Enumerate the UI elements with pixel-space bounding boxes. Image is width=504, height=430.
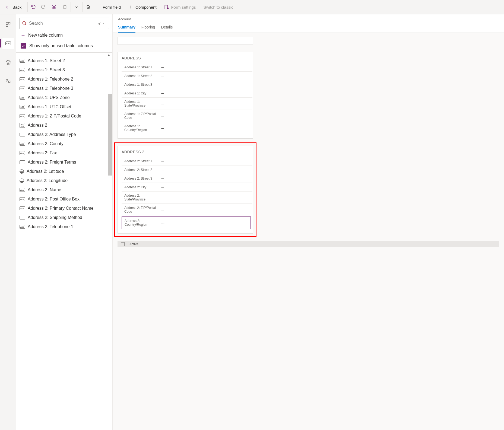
column-label: Address 1: UPS Zone xyxy=(28,95,70,100)
rail-components-icon[interactable] xyxy=(2,19,14,30)
search-icon xyxy=(22,21,27,26)
field-value: --- xyxy=(161,114,164,118)
component-label: Component xyxy=(135,5,157,9)
text-icon: Abc xyxy=(20,68,25,72)
tab-flooring[interactable]: Flooring xyxy=(141,23,155,33)
separator xyxy=(27,2,28,12)
form-field-row[interactable]: Address 2: Street 2--- xyxy=(122,165,252,174)
plus-icon xyxy=(21,33,26,38)
column-label: Address 2: Latitude xyxy=(27,169,64,174)
column-item[interactable]: AbcdefAddress 2 xyxy=(16,121,112,130)
tab-summary[interactable]: Summary xyxy=(118,23,135,33)
rail-columns-icon[interactable]: Abc xyxy=(2,38,14,49)
column-item[interactable]: AbcAddress 1: Street 2 xyxy=(16,56,112,65)
search-input[interactable] xyxy=(29,21,93,26)
text-icon: Abc xyxy=(20,225,25,229)
tab-details[interactable]: Details xyxy=(161,23,173,33)
form-section[interactable]: ADDRESSAddress 1: Street 1---Address 1: … xyxy=(118,52,253,139)
column-item[interactable]: AbcAddress 2: Primary Contact Name xyxy=(16,204,112,213)
field-value: --- xyxy=(161,176,164,180)
text-icon: Abc xyxy=(20,197,25,201)
column-label: Address 2: Freight Terms xyxy=(28,160,76,165)
scrollbar-thumb[interactable] xyxy=(108,94,112,176)
expand-icon[interactable] xyxy=(121,242,125,246)
form-field-row[interactable]: Address 2: ZIP/Postal Code--- xyxy=(122,204,252,216)
column-item[interactable]: AbcAddress 1: Street 3 xyxy=(16,65,112,75)
form-settings-button[interactable]: Form settings xyxy=(161,3,199,11)
cut-icon[interactable] xyxy=(52,5,56,9)
column-label: Address 2: Primary Contact Name xyxy=(28,206,94,211)
new-table-column-button[interactable]: New table column xyxy=(20,29,109,42)
show-unused-toggle[interactable]: Show only unused table columns xyxy=(20,42,109,52)
form-section[interactable]: ADDRESS 2Address 2: Street 1---Address 2… xyxy=(118,146,253,234)
form-field-row[interactable]: Address 2: Street 3--- xyxy=(122,174,252,183)
section-title: ADDRESS 2 xyxy=(122,149,252,157)
text-icon: Abc xyxy=(20,96,25,100)
delete-icon[interactable] xyxy=(86,5,91,9)
status-bar: Active xyxy=(118,241,499,247)
rail-layers-icon[interactable] xyxy=(2,57,14,68)
column-item[interactable]: Address 2: Address Type xyxy=(16,130,112,139)
redo-icon[interactable] xyxy=(41,5,46,9)
column-item[interactable]: AbcAddress 2: County xyxy=(16,139,112,148)
column-label: Address 1: Telephone 3 xyxy=(28,86,73,91)
optionset-icon xyxy=(20,133,25,136)
field-value: --- xyxy=(161,74,164,78)
add-component-button[interactable]: Component xyxy=(126,3,159,11)
form-field-row[interactable]: Address 1: Street 2--- xyxy=(122,72,252,80)
checkbox-checked-icon xyxy=(21,43,26,49)
chevron-down-icon[interactable] xyxy=(74,5,79,9)
rail-tree-icon[interactable] xyxy=(2,76,14,87)
canvas-body[interactable]: ADDRESSAddress 1: Street 1---Address 1: … xyxy=(113,33,504,430)
search-box xyxy=(20,18,109,29)
column-item[interactable]: Address 2: Latitude xyxy=(16,167,112,176)
form-field-row[interactable]: Address 1: City--- xyxy=(122,89,252,98)
column-item[interactable]: AbcAddress 1: UPS Zone xyxy=(16,93,112,102)
column-item[interactable]: Address 2: Shipping Method xyxy=(16,213,112,222)
field-value: --- xyxy=(161,126,164,130)
field-value: --- xyxy=(161,82,164,87)
form-field-row[interactable]: Address 1: ZIP/Postal Code--- xyxy=(122,110,252,122)
column-item[interactable]: AbcAddress 2: Name xyxy=(16,185,112,195)
column-item[interactable]: AbcAddress 1: Telephone 3 xyxy=(16,84,112,93)
form-field-row[interactable]: Address 2: Street 1--- xyxy=(122,157,252,165)
column-label: Address 2 xyxy=(28,123,47,128)
column-item[interactable]: AbcAddress 1: ZIP/Postal Code xyxy=(16,112,112,121)
plus-icon xyxy=(96,5,100,9)
undo-icon[interactable] xyxy=(31,5,36,9)
column-item[interactable]: Address 2: Longitude xyxy=(16,176,112,185)
filter-button[interactable] xyxy=(95,18,107,29)
form-field-row[interactable]: Address 2: State/Province--- xyxy=(122,192,252,204)
paste-icon[interactable] xyxy=(62,5,67,9)
column-item[interactable]: Address 2: Freight Terms xyxy=(16,158,112,167)
form-field-row[interactable]: Address 2: City--- xyxy=(122,183,252,192)
form-field-row[interactable]: Address 1: Street 1--- xyxy=(122,63,252,72)
field-label: Address 1: Street 1 xyxy=(123,65,161,69)
scroll-up-arrow[interactable]: ▲ xyxy=(16,53,112,56)
field-value: --- xyxy=(161,159,164,163)
switch-classic-label: Switch to classic xyxy=(203,5,233,9)
form-field-row[interactable]: Address 1: Country/Region--- xyxy=(122,122,252,134)
field-label: Address 1: City xyxy=(123,91,161,95)
show-unused-label: Show only unused table columns xyxy=(29,43,93,48)
column-item[interactable]: 123Address 1: UTC Offset xyxy=(16,102,112,112)
column-item[interactable]: AbcAddress 2: Post Office Box xyxy=(16,195,112,204)
form-field-row[interactable]: Address 2: Country/Region--- xyxy=(122,216,251,229)
add-form-field-button[interactable]: Form field xyxy=(93,3,123,11)
back-button[interactable]: Back xyxy=(3,3,24,11)
field-label: Address 1: Street 3 xyxy=(123,83,161,87)
optionset-icon xyxy=(20,160,25,164)
form-field-row[interactable]: Address 1: State/Province--- xyxy=(122,98,252,110)
column-item[interactable]: AbcAddress 1: Telephone 2 xyxy=(16,75,112,84)
svg-rect-8 xyxy=(6,25,8,27)
form-field-row[interactable]: Address 1: Street 3--- xyxy=(122,80,252,89)
column-list: AbcAddress 1: Street 2AbcAddress 1: Stre… xyxy=(16,56,112,430)
form-canvas: Account SummaryFlooringDetails ADDRESSAd… xyxy=(113,14,504,430)
switch-classic-button[interactable]: Switch to classic xyxy=(201,3,236,11)
form-settings-icon xyxy=(164,5,169,9)
field-value: --- xyxy=(161,91,164,95)
plus-icon xyxy=(128,5,133,9)
column-item[interactable]: AbcAddress 2: Telephone 1 xyxy=(16,222,112,231)
section-placeholder[interactable] xyxy=(118,37,253,45)
column-item[interactable]: AbcAddress 2: Fax xyxy=(16,148,112,158)
